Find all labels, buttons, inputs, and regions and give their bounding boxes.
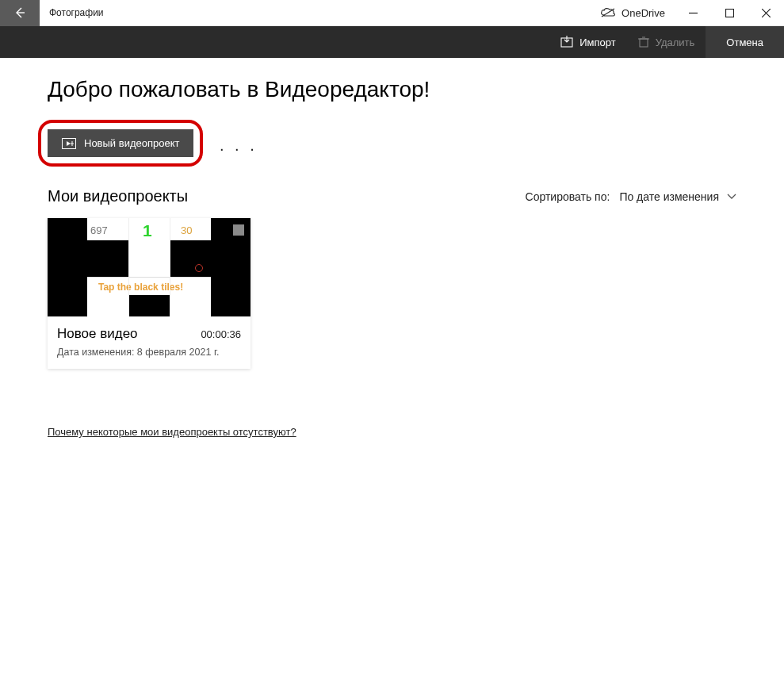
import-button[interactable]: Импорт bbox=[549, 26, 626, 58]
close-icon bbox=[762, 9, 771, 17]
project-title: Новое видео bbox=[57, 326, 138, 342]
project-title-row: Новое видео 00:00:36 bbox=[57, 326, 241, 342]
thumbnail-content: 697 1 30 Tap the black tiles! bbox=[87, 218, 211, 316]
toolbar: Импорт Удалить Отмена bbox=[0, 26, 784, 58]
new-video-project-label: Новый видеопроект bbox=[84, 137, 179, 149]
why-missing-link[interactable]: Почему некоторые мои видеопроекты отсутс… bbox=[48, 426, 296, 438]
delete-button: Удалить bbox=[627, 26, 706, 58]
project-thumbnail: 697 1 30 Tap the black tiles! bbox=[48, 218, 250, 316]
thumb-text-tap: Tap the black tiles! bbox=[98, 282, 183, 293]
cancel-label: Отмена bbox=[726, 36, 763, 48]
back-arrow-icon bbox=[13, 6, 26, 19]
sort-value: По дате изменения bbox=[619, 190, 719, 203]
trash-icon bbox=[638, 36, 649, 48]
thumb-tile bbox=[170, 240, 211, 278]
maximize-button[interactable] bbox=[711, 0, 748, 26]
thumb-text-1: 1 bbox=[143, 221, 152, 240]
minimize-icon bbox=[689, 9, 698, 17]
thumb-dot bbox=[195, 264, 203, 272]
svg-rect-7 bbox=[640, 39, 648, 47]
import-icon bbox=[560, 36, 573, 48]
projects-header-row: Мои видеопроекты Сортировать по: По дате… bbox=[48, 187, 736, 205]
title-bar: Фотографии OneDrive bbox=[0, 0, 784, 26]
window-controls bbox=[675, 0, 784, 26]
project-card-body: Новое видео 00:00:36 Дата изменения: 8 ф… bbox=[48, 316, 250, 369]
my-projects-heading: Мои видеопроекты bbox=[48, 187, 188, 205]
chevron-down-icon bbox=[727, 194, 736, 200]
thumb-gridline bbox=[128, 218, 129, 316]
back-button[interactable] bbox=[0, 0, 40, 26]
maximize-icon bbox=[725, 9, 734, 17]
sort-dropdown[interactable]: По дате изменения bbox=[619, 190, 736, 203]
thumb-gridline bbox=[87, 277, 211, 278]
more-options-button[interactable]: . . . bbox=[220, 136, 258, 155]
close-button[interactable] bbox=[748, 0, 784, 26]
minimize-button[interactable] bbox=[675, 0, 711, 26]
cancel-button[interactable]: Отмена bbox=[706, 26, 784, 58]
video-project-icon bbox=[62, 138, 76, 149]
main-content: Добро пожаловать в Видеоредактор! Новый … bbox=[0, 58, 784, 439]
thumb-tile bbox=[128, 295, 170, 316]
highlight-annotation: Новый видеопроект bbox=[38, 120, 203, 167]
project-card[interactable]: 697 1 30 Tap the black tiles! Новое виде… bbox=[48, 218, 250, 369]
app-title: Фотографии bbox=[49, 7, 591, 18]
project-duration: 00:00:36 bbox=[201, 328, 241, 340]
sort-by-label: Сортировать по: bbox=[526, 190, 610, 203]
project-modified-date: Дата изменения: 8 февраля 2021 г. bbox=[57, 347, 241, 358]
new-video-project-button[interactable]: Новый видеопроект bbox=[48, 129, 193, 157]
selection-checkbox[interactable] bbox=[233, 224, 244, 236]
thumb-tile bbox=[87, 240, 128, 278]
cloud-off-icon bbox=[600, 7, 616, 18]
onedrive-label: OneDrive bbox=[621, 7, 665, 19]
thumb-gridline bbox=[170, 218, 170, 316]
delete-label: Удалить bbox=[656, 36, 695, 48]
welcome-heading: Добро пожаловать в Видеоредактор! bbox=[48, 77, 736, 102]
svg-rect-3 bbox=[725, 9, 733, 17]
import-label: Импорт bbox=[579, 36, 615, 48]
sort-group: Сортировать по: По дате изменения bbox=[526, 190, 736, 203]
thumb-text-30: 30 bbox=[181, 224, 192, 236]
thumb-text-697: 697 bbox=[90, 224, 108, 236]
onedrive-button[interactable]: OneDrive bbox=[591, 7, 675, 19]
